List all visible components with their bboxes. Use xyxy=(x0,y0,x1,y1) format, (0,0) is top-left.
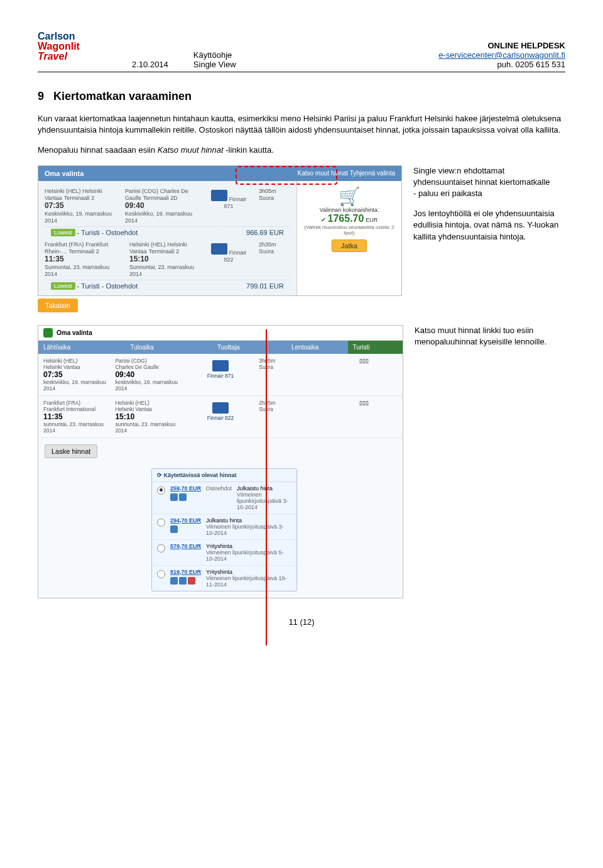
arr-code: Helsinki (HEL) xyxy=(129,241,166,248)
shot2-row: Frankfurt (FRA) Frankfurt International … xyxy=(38,396,403,438)
price-deadline: Viimeinen lipunkirjoituspäivä 3-10-2014 xyxy=(237,492,291,510)
continue-button[interactable]: Jatka xyxy=(332,239,367,252)
price-radio[interactable] xyxy=(157,486,165,495)
dep-code: Frankfurt (FRA) xyxy=(43,400,110,406)
dep-term: Terminaali 2 xyxy=(68,248,99,255)
fare-flag-icon xyxy=(170,525,178,533)
annotation-p2: Jos lentoyhtiöllä ei ole yhdensuuntaisia… xyxy=(413,208,565,243)
arr-time: 15:10 xyxy=(115,412,182,421)
dep-date: Keskiviikko, 19. marraskuu 2014 xyxy=(45,211,112,224)
flight-number[interactable]: Finnair 822 xyxy=(187,415,254,421)
header-doc-name: Single View xyxy=(193,60,236,69)
price-radio[interactable] xyxy=(157,544,165,552)
shot-header: Oma valinta Katso muut hinnat Tyhjennä v… xyxy=(38,166,401,181)
price-deadline: Viimeinen lipunkirjoituspäivä 5-10-2014 xyxy=(206,549,291,562)
logo-line: Wagonlit xyxy=(38,41,107,52)
airline-icon xyxy=(211,243,227,255)
col-class: Turisti xyxy=(348,341,403,354)
cart-label: Valinnan kokonaishinta: xyxy=(302,207,396,213)
shot2-title: Oma valinta xyxy=(57,329,92,336)
screenshot-price-list: Oma valinta Lähtöaika Tuloaika Tuottaja … xyxy=(38,325,403,598)
lowest-badge: Lowest xyxy=(51,282,75,290)
lowest-badge: Lowest xyxy=(51,229,75,236)
annotation-right-2: Katso muut hinnat linkki tuo esiin menop… xyxy=(415,325,565,598)
prices-header: ⟳ Käytettävissä olevat hinnat xyxy=(152,469,296,482)
arr-code: Helsinki (HEL) xyxy=(115,400,182,406)
shield-icon xyxy=(43,328,53,338)
price-option-row[interactable]: 579,70 EURYrityshintaViimeinen lipunkirj… xyxy=(152,540,296,566)
back-button[interactable]: Takaisin xyxy=(38,299,78,312)
cart-currency: EUR xyxy=(366,217,378,223)
leg-price: 966.69 EUR xyxy=(246,229,284,236)
price-category: Julkaistu hinta xyxy=(237,485,291,492)
check-icon: ✔ xyxy=(321,216,326,223)
flight-duration: 2h35m xyxy=(259,241,276,248)
leg-price: 799.01 EUR xyxy=(246,282,284,290)
price-row: Lowest - Turisti - Ostoehdot 799.01 EUR xyxy=(45,280,290,292)
price-category: Julkaistu hinta xyxy=(206,517,291,524)
flight-leg-row: Helsinki (HEL) Helsinki Vantaa Terminaal… xyxy=(45,185,290,227)
flight-number[interactable]: Finnair 822 xyxy=(224,250,246,263)
col-duration: Lentoaika xyxy=(286,341,348,354)
airline-icon xyxy=(211,190,227,201)
price-category: Yrityshinta xyxy=(206,543,291,549)
flight-number[interactable]: Finnair 871 xyxy=(187,373,254,379)
fare-histogram-icon: ▯▯▯ xyxy=(331,400,398,434)
dep-date: sunnuntai, 23. marraskuu 2014 xyxy=(43,421,110,434)
dep-date: keskiviikko, 19. marraskuu 2014 xyxy=(43,379,110,392)
dep-name: Frankfurt International xyxy=(43,406,110,412)
dep-code: Frankfurt (FRA) xyxy=(45,241,84,248)
price-amount[interactable]: 579,70 EUR xyxy=(170,543,201,549)
flight-number[interactable]: Finnair 871 xyxy=(224,196,246,209)
col-arrive: Tuloaika xyxy=(125,341,212,354)
price-option-row[interactable]: 819,70 EURYrityshintaViimeinen lipunkirj… xyxy=(152,566,296,591)
section-title: 9 Kiertomatkan varaaminen xyxy=(38,90,565,103)
annotation-p1: Single view:n ehdottamat yhdensuuntaiset… xyxy=(413,165,565,200)
dep-time: 11:35 xyxy=(45,255,118,263)
section-heading: Kiertomatkan varaaminen xyxy=(53,90,192,102)
arr-date: Sunnuntai, 23. marraskuu 2014 xyxy=(129,264,194,277)
arr-term: Terminaali 2D xyxy=(143,195,178,201)
price-radio[interactable] xyxy=(157,570,165,578)
airline-icon xyxy=(212,402,229,414)
price-amount[interactable]: 819,70 EUR xyxy=(170,569,201,575)
page-header: Carlson Wagonlit Travel 2.10.2014 Käyttö… xyxy=(38,31,565,72)
col-depart: Lähtöaika xyxy=(38,341,125,354)
cart-panel: 🛒 Valinnan kokonaishinta: ✔ 1765.70 EUR … xyxy=(296,181,401,295)
price-option-row[interactable]: 294,70 EURJulkaistu hintaViimeinen lipun… xyxy=(152,514,296,540)
header-center-meta: Käyttöohje Single View xyxy=(193,50,236,69)
cart-note: (Valinta muodostuu seuraavista osista: 2… xyxy=(302,224,396,236)
cart-icon: 🛒 xyxy=(302,186,396,207)
dep-term: Terminaali 2 xyxy=(64,195,95,201)
dep-code: Helsinki (HEL) xyxy=(43,358,110,364)
refresh-icon[interactable]: ⟳ xyxy=(157,472,162,478)
stops: Suora xyxy=(259,406,325,412)
cwt-logo: Carlson Wagonlit Travel xyxy=(38,31,107,69)
calculate-prices-button[interactable]: Laske hinnat xyxy=(45,444,97,458)
price-radio[interactable] xyxy=(157,519,165,527)
fare-flag-icon xyxy=(179,493,187,501)
shot2-column-header: Lähtöaika Tuloaika Tuottaja Lentoaika Tu… xyxy=(38,341,403,354)
header-left-meta: 2.10.2014 xyxy=(132,60,168,69)
arr-code: Pariisi (CDG) xyxy=(125,188,158,194)
price-amount[interactable]: 294,70 EUR xyxy=(170,517,201,524)
dep-time: 07:35 xyxy=(45,201,114,210)
annotation-right-1: Single view:n ehdottamat yhdensuuntaiset… xyxy=(413,165,565,312)
flight-leg-row: Frankfurt (FRA) Frankfurt Rhein-… Termin… xyxy=(45,238,290,280)
flight-stops: Suora xyxy=(259,248,274,255)
fare-flag-icon xyxy=(188,577,195,585)
screenshot-oma-valinta: Oma valinta Katso muut hinnat Tyhjennä v… xyxy=(38,165,402,296)
price-amount[interactable]: 259,70 EUR xyxy=(170,485,201,492)
price-option-row[interactable]: 259,70 EUR OstoehdotJulkaistu hintaViime… xyxy=(152,482,296,514)
stops: Suora xyxy=(259,364,325,370)
helpdesk-email-link[interactable]: e-servicecenter@carlsonwagonlit.fi xyxy=(438,50,565,60)
price-deadline: Viimeinen lipunkirjoituspäivä 19-11-2014 xyxy=(206,575,291,588)
duration: 3h05m xyxy=(259,358,325,364)
available-prices-panel: ⟳ Käytettävissä olevat hinnat 259,70 EUR… xyxy=(151,468,297,591)
price-terms-link[interactable]: Ostoehdot xyxy=(206,485,232,492)
helpdesk-title: ONLINE HELPDESK xyxy=(438,41,565,50)
dep-time: 07:35 xyxy=(43,370,110,379)
arr-name: Helsinki Vantaa xyxy=(115,406,182,412)
shot-header-links[interactable]: Katso muut hinnat Tyhjennä valinta xyxy=(298,170,395,177)
fare-flag-icon xyxy=(170,493,178,501)
